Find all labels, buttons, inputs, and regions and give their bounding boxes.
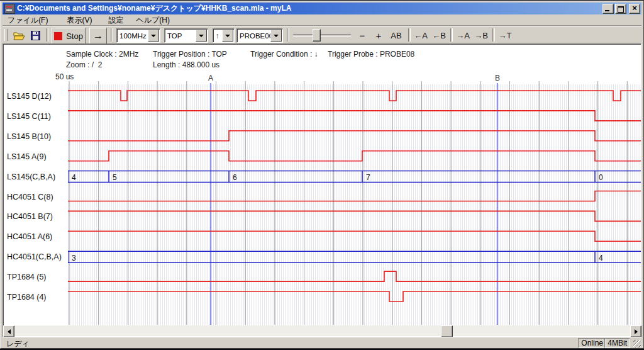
scroll-left-button[interactable]	[3, 325, 14, 337]
save-button[interactable]	[28, 28, 43, 43]
save-floppy-icon	[31, 31, 40, 40]
channel-label[interactable]: LS145 D(12)	[7, 92, 52, 101]
bus-value-label: 4	[599, 254, 603, 262]
channel-label[interactable]: TP1684 (5)	[7, 273, 47, 281]
menu-view[interactable]: 表示(V)	[62, 14, 97, 26]
channel-label[interactable]: TP1684 (4)	[7, 293, 47, 302]
waveform-svg: 4567034	[68, 80, 641, 325]
run-arrow-icon: →	[93, 30, 103, 42]
toolbar-grip[interactable]	[4, 29, 8, 41]
bus-value-label: 3	[72, 254, 76, 262]
probe-dropdown-icon[interactable]	[270, 30, 282, 42]
scroll-left-icon	[5, 329, 11, 334]
probe-value: PROBE00	[237, 32, 270, 40]
status-memory-badge: 4MBit	[604, 338, 630, 348]
minimize-button[interactable]	[602, 4, 614, 14]
goto-b-right-button[interactable]: →B	[472, 28, 490, 43]
zoom-slider-thumb[interactable]	[313, 29, 321, 42]
bus-value-label: 7	[366, 173, 370, 182]
sample-clock-info: Sample Clock : 2MHz	[66, 50, 138, 59]
waveform-trace	[68, 291, 641, 302]
status-ready-text: レディ	[6, 339, 30, 349]
channel-label[interactable]: LS145 B(10)	[7, 132, 51, 141]
menu-file[interactable]: ファイル(F)	[3, 14, 53, 26]
scroll-right-icon	[635, 329, 640, 334]
channel-label[interactable]: LS145 A(9)	[7, 152, 47, 161]
stop-label: Stop	[66, 31, 83, 41]
zoom-info: Zoom : / 2	[66, 60, 102, 69]
scrollbar-thumb[interactable]	[441, 325, 453, 337]
run-button[interactable]: →	[89, 28, 107, 44]
close-icon: ×	[632, 5, 637, 11]
waveform-trace	[68, 231, 641, 241]
length-info: Length : 488.000 us	[153, 60, 219, 69]
resize-grip[interactable]	[633, 340, 641, 347]
trigger-position-value: TOP	[165, 32, 196, 40]
waveform-trace	[68, 91, 641, 101]
menu-help[interactable]: ヘルプ(H)	[131, 14, 175, 26]
trigger-edge-value: ↑	[213, 32, 222, 40]
trigger-position-dropdown-icon[interactable]	[196, 30, 207, 42]
trigger-edge-dropdown-icon[interactable]	[222, 30, 233, 42]
minimize-icon	[605, 10, 609, 11]
app-icon[interactable]	[4, 4, 15, 14]
goto-trigger-button[interactable]: →T	[496, 28, 514, 43]
menu-bar: ファイル(F) 表示(V) 設定 ヘルプ(H)	[3, 15, 641, 25]
trigger-position-info: Trigger Position : TOP	[153, 50, 227, 59]
trigger-position-combobox[interactable]: TOP	[164, 28, 208, 43]
bus-value-label: 6	[233, 173, 237, 182]
stop-button[interactable]: Stop	[52, 28, 86, 44]
maximize-button[interactable]	[615, 4, 626, 14]
probe-combobox[interactable]: PROBE00	[236, 28, 283, 43]
waveform-trace	[68, 131, 641, 141]
close-button[interactable]: ×	[629, 4, 640, 14]
open-folder-icon	[13, 31, 25, 40]
ab-button[interactable]: AB	[387, 28, 405, 43]
waveform-trace	[68, 111, 641, 121]
trigger-condition-info: Trigger Condition : ↓	[250, 50, 318, 59]
trigger-probe-info: Trigger Probe : PROBE08	[328, 50, 414, 59]
maximize-icon	[618, 6, 624, 13]
channel-label[interactable]: HC4051 C(8)	[7, 193, 53, 201]
horizontal-scrollbar[interactable]	[3, 325, 641, 336]
stop-icon	[54, 32, 62, 40]
title-bar[interactable]: C:¥Documents and Settings¥noname¥デスクトップ¥…	[3, 3, 641, 14]
zoom-slider-track[interactable]	[293, 34, 351, 37]
channel-label[interactable]: LS145(C,B,A)	[7, 172, 55, 181]
channel-label[interactable]: HC4051 A(6)	[7, 232, 52, 241]
clock-value: 100MHz	[117, 32, 148, 40]
open-button[interactable]	[11, 28, 26, 43]
channel-label[interactable]: HC4051 B(7)	[7, 212, 53, 221]
scroll-right-button[interactable]	[630, 325, 641, 337]
toolbar: Stop → 100MHz TOP ↑ PROBE00 − + AB ←A ←B	[3, 25, 641, 44]
goto-b-left-button[interactable]: ←B	[430, 28, 448, 43]
clock-dropdown-icon[interactable]	[148, 30, 159, 42]
zoom-out-button[interactable]: −	[355, 28, 370, 43]
goto-a-left-button[interactable]: ←A	[412, 28, 430, 43]
status-bar: レディ Online 4MBit	[3, 337, 641, 348]
channel-label[interactable]: LS145 C(11)	[7, 112, 51, 121]
channel-label[interactable]: HC4051(C,B,A)	[7, 252, 62, 261]
waveform-trace	[68, 271, 641, 281]
bus-value-label: 0	[599, 173, 603, 182]
waveform-trace	[68, 191, 641, 201]
goto-a-right-button[interactable]: →A	[454, 28, 472, 43]
status-online-badge: Online	[578, 338, 606, 348]
zoom-in-button[interactable]: +	[371, 28, 386, 43]
clock-combobox[interactable]: 100MHz	[116, 28, 160, 43]
bus-value-label: 5	[113, 173, 117, 182]
window-title: C:¥Documents and Settings¥noname¥デスクトップ¥…	[17, 3, 600, 14]
menu-settings[interactable]: 設定	[103, 14, 128, 26]
bus-value-label: 4	[72, 173, 76, 182]
waveform-trace	[68, 211, 641, 221]
trigger-edge-combobox[interactable]: ↑	[213, 28, 235, 43]
app-window: C:¥Documents and Settings¥noname¥デスクトップ¥…	[0, 1, 644, 349]
waveform-trace	[68, 151, 641, 161]
